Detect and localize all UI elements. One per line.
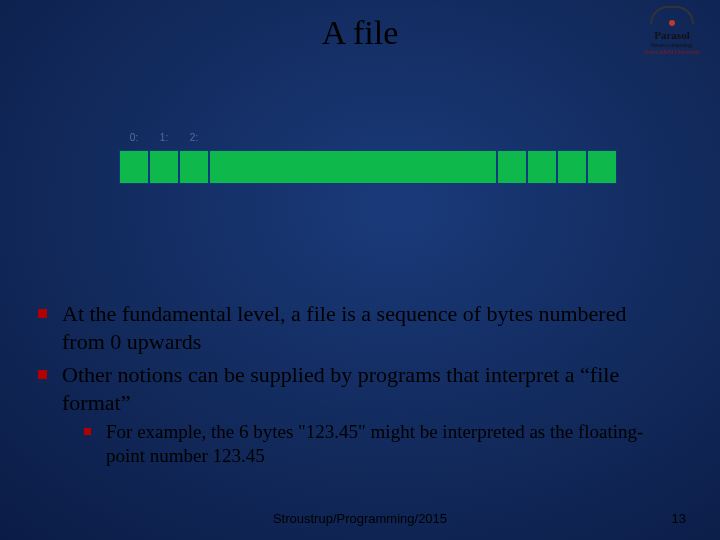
logo-tagline: Smart computing. [634, 42, 710, 49]
bullet-item: At the fundamental level, a file is a se… [34, 300, 674, 355]
page-number: 13 [672, 511, 686, 526]
content-body: At the fundamental level, a file is a se… [34, 300, 674, 474]
footer-text: Stroustrup/Programming/2015 [0, 511, 720, 526]
slide: A file Parasol Smart computing. Texas A&… [0, 0, 720, 540]
byte-cell [557, 150, 587, 184]
byte-label: 2: [179, 132, 209, 143]
slide-title: A file [0, 14, 720, 52]
logo-mark-icon [642, 6, 702, 28]
byte-index-labels: 0:1:2: [119, 132, 209, 143]
parasol-logo: Parasol Smart computing. Texas A&M Unive… [634, 6, 710, 55]
bullet-item: Other notions can be supplied by program… [34, 361, 674, 468]
byte-sequence-diagram [119, 150, 617, 184]
byte-cell [179, 150, 209, 184]
sub-bullet-item: For example, the 6 bytes "123.45" might … [62, 420, 674, 468]
byte-label: 1: [149, 132, 179, 143]
byte-cell [149, 150, 179, 184]
sub-bullet-text: For example, the 6 bytes "123.45" might … [106, 421, 643, 466]
byte-cell [587, 150, 617, 184]
bullet-text: At the fundamental level, a file is a se… [62, 301, 626, 354]
byte-cell-ellipsis [209, 150, 497, 184]
byte-cell [527, 150, 557, 184]
byte-cell [119, 150, 149, 184]
logo-university: Texas A&M University [634, 49, 710, 56]
bullet-text: Other notions can be supplied by program… [62, 362, 619, 415]
byte-label: 0: [119, 132, 149, 143]
logo-name: Parasol [634, 30, 710, 41]
byte-cell [497, 150, 527, 184]
